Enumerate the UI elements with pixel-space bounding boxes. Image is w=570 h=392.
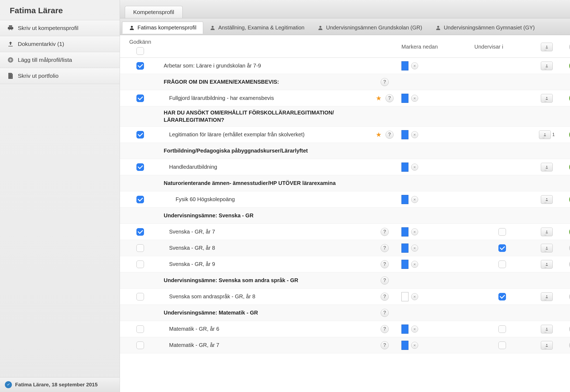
clear-mark-button[interactable]: × [411, 293, 418, 300]
comment-button[interactable] [541, 163, 553, 171]
mark-indicator[interactable] [401, 195, 408, 204]
help-icon[interactable]: ? [385, 94, 394, 102]
plus-circle-icon [7, 56, 14, 63]
mark-indicator[interactable] [401, 163, 408, 172]
comment-button[interactable] [539, 130, 551, 139]
table-row: Undervisningsämne: Matematik - GR? [120, 305, 570, 321]
subtab-undervisning-gy[interactable]: Undervisningsämnen Gymnasiet (GY) [429, 22, 541, 33]
approve-checkbox[interactable] [136, 325, 144, 333]
item-label[interactable]: Svenska - GR, år 8 [164, 244, 215, 252]
comment-button[interactable] [541, 260, 553, 269]
item-label[interactable]: Handledarutbildning [164, 163, 217, 171]
sidebar-item-print-portfolio[interactable]: Skriv ut portfolio [0, 68, 120, 84]
teaches-checkbox[interactable] [498, 228, 506, 236]
approve-checkbox[interactable] [136, 342, 144, 349]
approve-checkbox[interactable] [136, 261, 144, 268]
item-label[interactable]: Matematik - GR, år 7 [164, 342, 219, 349]
teaches-checkbox[interactable] [498, 342, 506, 349]
sidebar-item-document-archive[interactable]: Dokumentarkiv (1) [0, 36, 120, 52]
item-label[interactable]: Arbetar som: Lärare i grundskolan år 7-9 [164, 62, 261, 69]
competence-table: Godkänn Markera nedan Undervisar i [120, 35, 570, 353]
mark-indicator[interactable] [401, 61, 408, 70]
section-header: HAR DU ANSÖKT OM/ERHÅLLIT FÖRSKOLLÄRARLE… [164, 109, 368, 124]
sidebar: Fatima Lärare Skriv ut kompetensprofil D… [0, 0, 120, 392]
item-label[interactable]: Matematik - GR, år 6 [164, 325, 219, 333]
help-icon[interactable]: ? [381, 276, 389, 285]
clear-mark-button[interactable]: × [411, 62, 418, 69]
item-label[interactable]: Svenska som andraspråk - GR, år 8 [164, 293, 255, 300]
table-row: Matematik - GR, år 7?×18 Se [120, 337, 570, 353]
col-approve: Godkänn [129, 39, 151, 45]
help-icon[interactable]: ? [381, 293, 389, 301]
help-icon[interactable]: ? [381, 309, 389, 317]
approve-checkbox[interactable] [136, 131, 144, 138]
clear-mark-button[interactable]: × [411, 131, 418, 138]
comment-button[interactable] [541, 228, 553, 236]
teaches-checkbox[interactable] [498, 244, 506, 252]
approve-checkbox[interactable] [136, 244, 144, 252]
approve-checkbox[interactable] [136, 228, 144, 236]
footer-text: Fatima Lärare, 18 september 2015 [15, 382, 98, 388]
help-icon[interactable]: ? [381, 244, 389, 252]
help-icon[interactable]: ? [381, 228, 389, 236]
sidebar-item-print-competence[interactable]: Skriv ut kompetensprofil [0, 20, 120, 36]
item-label[interactable]: Legitimation för lärare (erhållet exempl… [164, 131, 304, 138]
teaches-checkbox[interactable] [498, 325, 506, 333]
comment-button[interactable] [541, 244, 553, 252]
teaches-checkbox[interactable] [498, 293, 506, 300]
clear-mark-button[interactable]: × [411, 342, 418, 349]
approve-checkbox[interactable] [136, 196, 144, 203]
mark-indicator[interactable] [401, 94, 408, 103]
section-header: FRÅGOR OM DIN EXAMEN/EXAMENSBEVIS: [164, 78, 279, 86]
comment-button[interactable] [541, 94, 553, 103]
mark-indicator[interactable] [401, 341, 408, 350]
approve-checkbox[interactable] [136, 62, 144, 70]
subtab-fatimas-kompetensprofil[interactable]: Fatimas kompetensprofil [122, 22, 203, 34]
sidebar-item-add-goal-profile[interactable]: Lägg till målprofil/lista [0, 52, 120, 68]
item-label[interactable]: Svenska - GR, år 9 [164, 261, 215, 268]
subtab-anstallning-examina[interactable]: Anställning, Examina & Legitimation [203, 22, 311, 33]
mark-indicator[interactable] [401, 260, 408, 269]
item-label[interactable]: Fysik 60 Högskolepoäng [164, 196, 235, 203]
comment-button[interactable] [541, 325, 553, 333]
help-icon[interactable]: ? [381, 260, 389, 268]
clear-mark-button[interactable]: × [411, 95, 418, 102]
help-icon[interactable]: ? [385, 131, 394, 139]
table-row: Undervisningsämne: Svenska som andra spr… [120, 272, 570, 289]
approve-all-checkbox[interactable] [136, 47, 144, 55]
col-mark: Markera nedan [398, 44, 471, 50]
item-label[interactable]: Svenska - GR, år 7 [164, 228, 215, 235]
svg-point-2 [212, 26, 213, 28]
mark-indicator[interactable] [401, 292, 408, 301]
teaches-checkbox[interactable] [498, 261, 506, 268]
clear-mark-button[interactable]: × [411, 164, 418, 171]
approve-checkbox[interactable] [136, 293, 144, 300]
comment-button[interactable] [541, 62, 553, 70]
clear-mark-button[interactable]: × [411, 326, 418, 333]
comment-button[interactable] [541, 195, 553, 204]
approve-checkbox[interactable] [136, 163, 144, 171]
clear-mark-button[interactable]: × [411, 245, 418, 252]
table-row: Fysik 60 Högskolepoäng×18 Se [120, 191, 570, 208]
subtab-undervisning-gr[interactable]: Undervisningsämnen Grundskolan (GR) [311, 22, 429, 33]
clear-mark-button[interactable]: × [411, 261, 418, 268]
svg-point-15 [546, 328, 547, 329]
comment-button[interactable] [541, 341, 553, 350]
clear-mark-button[interactable]: × [411, 228, 418, 235]
mark-indicator[interactable] [401, 227, 408, 236]
table-row: Fullgjord lärarutbildning - har examensb… [120, 90, 570, 106]
sidebar-footer[interactable]: Fatima Lärare, 18 september 2015 [0, 377, 120, 392]
mark-indicator[interactable] [401, 325, 408, 334]
help-icon[interactable]: ? [381, 325, 389, 333]
clear-mark-button[interactable]: × [411, 196, 418, 203]
help-icon[interactable]: ? [381, 78, 389, 86]
subtab-label: Undervisningsämnen Grundskolan (GR) [326, 25, 422, 31]
item-label[interactable]: Fullgjord lärarutbildning - har examensb… [164, 94, 274, 102]
comment-header-icon[interactable] [541, 43, 553, 51]
approve-checkbox[interactable] [136, 94, 144, 102]
mark-indicator[interactable] [401, 244, 408, 253]
comment-button[interactable] [541, 292, 553, 301]
mark-indicator[interactable] [401, 130, 408, 139]
help-icon[interactable]: ? [381, 341, 389, 349]
tab-kompetensprofil[interactable]: Kompetensprofil [125, 6, 183, 18]
